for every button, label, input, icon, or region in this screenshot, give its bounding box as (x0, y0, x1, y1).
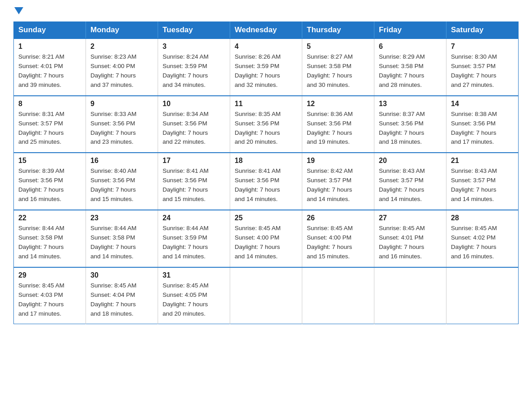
day-number: 21 (451, 157, 514, 165)
calendar-cell: 13Sunrise: 8:37 AMSunset: 3:56 PMDayligh… (374, 96, 446, 153)
calendar-cell: 22Sunrise: 8:44 AMSunset: 3:58 PMDayligh… (14, 210, 86, 267)
calendar-week-row: 22Sunrise: 8:44 AMSunset: 3:58 PMDayligh… (14, 210, 519, 267)
day-number: 24 (163, 214, 225, 222)
day-info: Sunrise: 8:43 AMSunset: 3:57 PMDaylight:… (451, 167, 514, 204)
day-number: 17 (163, 157, 225, 165)
calendar-cell: 3Sunrise: 8:24 AMSunset: 3:59 PMDaylight… (158, 39, 230, 96)
day-info: Sunrise: 8:42 AMSunset: 3:57 PMDaylight:… (307, 167, 369, 204)
calendar-cell: 27Sunrise: 8:45 AMSunset: 4:01 PMDayligh… (374, 210, 446, 267)
day-number: 31 (163, 271, 225, 279)
day-number: 15 (18, 157, 81, 165)
calendar-week-row: 8Sunrise: 8:31 AMSunset: 3:57 PMDaylight… (14, 96, 519, 153)
calendar-cell: 23Sunrise: 8:44 AMSunset: 3:58 PMDayligh… (86, 210, 158, 267)
weekday-header: Monday (86, 22, 158, 39)
day-number: 30 (90, 271, 153, 279)
day-number: 8 (18, 100, 81, 108)
day-info: Sunrise: 8:35 AMSunset: 3:56 PMDaylight:… (235, 110, 297, 147)
day-info: Sunrise: 8:23 AMSunset: 4:00 PMDaylight:… (90, 52, 153, 90)
day-number: 27 (379, 214, 442, 222)
calendar-table: SundayMondayTuesdayWednesdayThursdayFrid… (13, 21, 519, 324)
day-info: Sunrise: 8:38 AMSunset: 3:56 PMDaylight:… (451, 110, 514, 147)
calendar-cell: 10Sunrise: 8:34 AMSunset: 3:56 PMDayligh… (158, 96, 230, 153)
day-info: Sunrise: 8:34 AMSunset: 3:56 PMDaylight:… (163, 110, 225, 147)
day-info: Sunrise: 8:45 AMSunset: 4:00 PMDaylight:… (235, 224, 297, 261)
day-number: 10 (163, 100, 225, 108)
day-info: Sunrise: 8:27 AMSunset: 3:58 PMDaylight:… (307, 52, 369, 90)
day-number: 2 (90, 43, 153, 51)
day-info: Sunrise: 8:41 AMSunset: 3:56 PMDaylight:… (235, 167, 297, 204)
calendar-cell: 9Sunrise: 8:33 AMSunset: 3:56 PMDaylight… (86, 96, 158, 153)
page-header (13, 9, 519, 13)
day-info: Sunrise: 8:45 AMSunset: 4:00 PMDaylight:… (307, 224, 369, 261)
calendar-cell: 12Sunrise: 8:36 AMSunset: 3:56 PMDayligh… (302, 96, 374, 153)
day-info: Sunrise: 8:45 AMSunset: 4:04 PMDaylight:… (90, 281, 153, 319)
day-info: Sunrise: 8:45 AMSunset: 4:02 PMDaylight:… (451, 224, 514, 261)
day-number: 23 (90, 214, 153, 222)
calendar-cell: 20Sunrise: 8:43 AMSunset: 3:57 PMDayligh… (374, 153, 446, 210)
calendar-cell: 18Sunrise: 8:41 AMSunset: 3:56 PMDayligh… (230, 153, 302, 210)
calendar-cell: 14Sunrise: 8:38 AMSunset: 3:56 PMDayligh… (446, 96, 519, 153)
day-number: 16 (90, 157, 153, 165)
logo (13, 9, 23, 13)
calendar-cell: 8Sunrise: 8:31 AMSunset: 3:57 PMDaylight… (14, 96, 86, 153)
calendar-week-row: 1Sunrise: 8:21 AMSunset: 4:01 PMDaylight… (14, 39, 519, 96)
day-number: 18 (235, 157, 297, 165)
day-number: 6 (379, 43, 442, 51)
calendar-cell: 11Sunrise: 8:35 AMSunset: 3:56 PMDayligh… (230, 96, 302, 153)
day-info: Sunrise: 8:33 AMSunset: 3:56 PMDaylight:… (90, 110, 153, 147)
day-info: Sunrise: 8:37 AMSunset: 3:56 PMDaylight:… (379, 110, 442, 147)
day-number: 13 (379, 100, 442, 108)
calendar-week-row: 15Sunrise: 8:39 AMSunset: 3:56 PMDayligh… (14, 153, 519, 210)
day-number: 11 (235, 100, 297, 108)
day-number: 22 (18, 214, 81, 222)
calendar-cell: 24Sunrise: 8:44 AMSunset: 3:59 PMDayligh… (158, 210, 230, 267)
calendar-cell: 17Sunrise: 8:41 AMSunset: 3:56 PMDayligh… (158, 153, 230, 210)
day-number: 25 (235, 214, 297, 222)
day-info: Sunrise: 8:39 AMSunset: 3:56 PMDaylight:… (18, 167, 81, 204)
calendar-cell (374, 267, 446, 324)
calendar-cell: 26Sunrise: 8:45 AMSunset: 4:00 PMDayligh… (302, 210, 374, 267)
day-number: 5 (307, 43, 369, 51)
day-number: 3 (163, 43, 225, 51)
calendar-cell: 19Sunrise: 8:42 AMSunset: 3:57 PMDayligh… (302, 153, 374, 210)
day-info: Sunrise: 8:45 AMSunset: 4:05 PMDaylight:… (163, 281, 225, 319)
day-number: 4 (235, 43, 297, 51)
day-number: 14 (451, 100, 514, 108)
day-number: 28 (451, 214, 514, 222)
calendar-cell: 5Sunrise: 8:27 AMSunset: 3:58 PMDaylight… (302, 39, 374, 96)
day-info: Sunrise: 8:41 AMSunset: 3:56 PMDaylight:… (163, 167, 225, 204)
calendar-cell: 15Sunrise: 8:39 AMSunset: 3:56 PMDayligh… (14, 153, 86, 210)
day-info: Sunrise: 8:31 AMSunset: 3:57 PMDaylight:… (18, 110, 81, 147)
day-info: Sunrise: 8:21 AMSunset: 4:01 PMDaylight:… (18, 52, 81, 90)
calendar-cell: 7Sunrise: 8:30 AMSunset: 3:57 PMDaylight… (446, 39, 519, 96)
calendar-cell (446, 267, 519, 324)
day-number: 12 (307, 100, 369, 108)
calendar-cell: 16Sunrise: 8:40 AMSunset: 3:56 PMDayligh… (86, 153, 158, 210)
weekday-header: Sunday (14, 22, 86, 39)
day-info: Sunrise: 8:40 AMSunset: 3:56 PMDaylight:… (90, 167, 153, 204)
calendar-cell: 1Sunrise: 8:21 AMSunset: 4:01 PMDaylight… (14, 39, 86, 96)
weekday-header: Tuesday (158, 22, 230, 39)
calendar-cell: 30Sunrise: 8:45 AMSunset: 4:04 PMDayligh… (86, 267, 158, 324)
calendar-week-row: 29Sunrise: 8:45 AMSunset: 4:03 PMDayligh… (14, 267, 519, 324)
weekday-header: Friday (374, 22, 446, 39)
day-info: Sunrise: 8:45 AMSunset: 4:01 PMDaylight:… (379, 224, 442, 261)
day-number: 1 (18, 43, 81, 51)
day-info: Sunrise: 8:45 AMSunset: 4:03 PMDaylight:… (18, 281, 81, 319)
day-info: Sunrise: 8:44 AMSunset: 3:58 PMDaylight:… (18, 224, 81, 261)
calendar-cell: 2Sunrise: 8:23 AMSunset: 4:00 PMDaylight… (86, 39, 158, 96)
day-info: Sunrise: 8:43 AMSunset: 3:57 PMDaylight:… (379, 167, 442, 204)
day-info: Sunrise: 8:26 AMSunset: 3:59 PMDaylight:… (235, 52, 297, 90)
calendar-header: SundayMondayTuesdayWednesdayThursdayFrid… (14, 22, 519, 39)
calendar-cell: 31Sunrise: 8:45 AMSunset: 4:05 PMDayligh… (158, 267, 230, 324)
calendar-cell: 21Sunrise: 8:43 AMSunset: 3:57 PMDayligh… (446, 153, 519, 210)
day-info: Sunrise: 8:24 AMSunset: 3:59 PMDaylight:… (163, 52, 225, 90)
weekday-header: Wednesday (230, 22, 302, 39)
calendar-cell (230, 267, 302, 324)
day-info: Sunrise: 8:36 AMSunset: 3:56 PMDaylight:… (307, 110, 369, 147)
day-number: 26 (307, 214, 369, 222)
logo-triangle-icon (14, 7, 23, 14)
calendar-cell: 28Sunrise: 8:45 AMSunset: 4:02 PMDayligh… (446, 210, 519, 267)
calendar-cell (302, 267, 374, 324)
day-info: Sunrise: 8:30 AMSunset: 3:57 PMDaylight:… (451, 52, 514, 90)
